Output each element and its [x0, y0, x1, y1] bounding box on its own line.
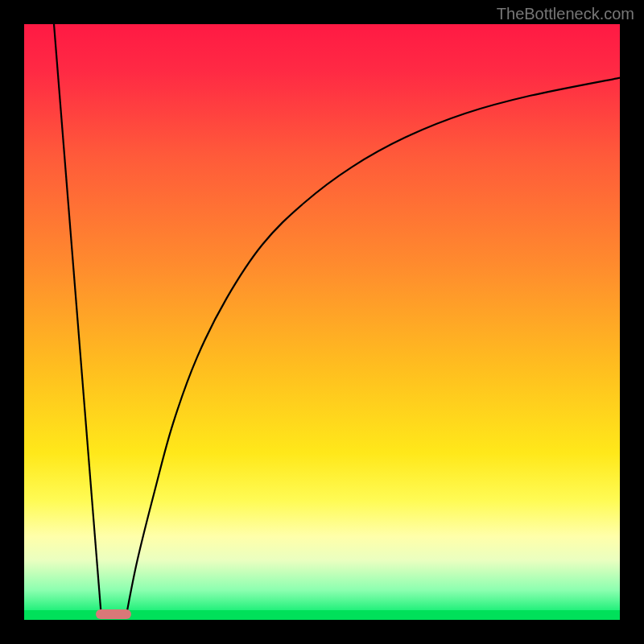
curve-layer — [24, 24, 620, 620]
chart-frame: TheBottleneck.com — [0, 0, 644, 644]
left-branch-line — [54, 24, 101, 620]
watermark-text: TheBottleneck.com — [497, 5, 634, 23]
minimum-marker — [96, 609, 131, 619]
plot-area — [24, 24, 620, 620]
right-branch-line — [126, 78, 620, 620]
